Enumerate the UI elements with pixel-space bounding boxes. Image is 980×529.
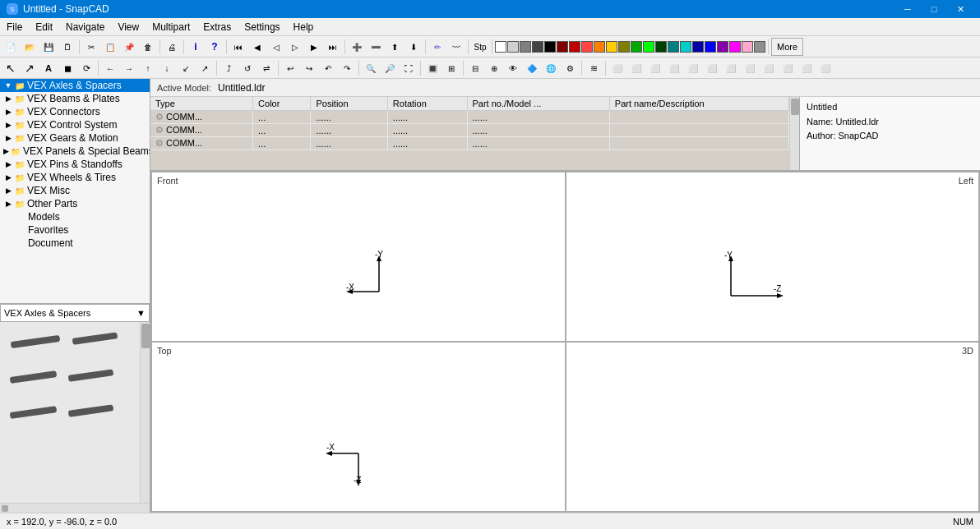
color-navy[interactable] — [692, 41, 704, 53]
delete-button[interactable]: 🗑 — [139, 38, 157, 56]
prev-button[interactable]: ◀ — [248, 38, 266, 56]
part-e-button[interactable]: ⬜ — [684, 59, 702, 77]
part-c-button[interactable]: ⬜ — [646, 59, 664, 77]
dimension-button[interactable]: ◼ — [58, 59, 76, 77]
new-button[interactable]: 📄 — [2, 38, 20, 56]
zoom-out-button[interactable]: 🔎 — [381, 59, 399, 77]
viewport-left[interactable]: Left -Y -Z — [566, 172, 980, 342]
menu-file[interactable]: File — [0, 18, 29, 35]
mirror-button[interactable]: ⇌ — [257, 59, 275, 77]
flex-button[interactable]: ≋ — [585, 59, 603, 77]
part-d-button[interactable]: ⬜ — [665, 59, 683, 77]
color-gray[interactable] — [520, 41, 531, 53]
color-dgreen[interactable] — [655, 41, 667, 53]
color-orange[interactable] — [594, 41, 605, 53]
part-l-button[interactable]: ⬜ — [816, 59, 834, 77]
move-down2-button[interactable]: ↓ — [158, 59, 176, 77]
part-b-button[interactable]: ⬜ — [627, 59, 645, 77]
part-axle-4[interactable] — [67, 365, 116, 393]
move-up-button[interactable]: ⬆ — [386, 38, 404, 56]
color-red[interactable] — [581, 41, 593, 53]
text-button[interactable]: A — [39, 59, 58, 77]
first-button[interactable]: ⏮ — [229, 38, 247, 56]
move-fwd-button[interactable]: ↙ — [177, 59, 195, 77]
saveas-button[interactable]: 🗒 — [58, 38, 76, 56]
color-dgray[interactable] — [532, 41, 543, 53]
pencil-button[interactable]: ✏ — [428, 38, 446, 56]
info-button[interactable]: i — [187, 38, 205, 56]
next2-button[interactable]: ▷ — [286, 38, 304, 56]
move-left-button[interactable]: ← — [101, 59, 119, 77]
color-pink[interactable] — [742, 41, 753, 53]
print-button[interactable]: 🖨 — [163, 38, 181, 56]
color-cyan[interactable] — [680, 41, 691, 53]
part-axle-1[interactable] — [7, 327, 64, 358]
redo2-button[interactable]: ↷ — [338, 59, 356, 77]
part-a-button[interactable]: ⬜ — [608, 59, 626, 77]
tree-item-models[interactable]: Models — [0, 210, 150, 223]
viewport-front[interactable]: Front -X -Y — [151, 172, 566, 342]
close-button[interactable]: ✕ — [947, 0, 973, 18]
color-mred[interactable] — [569, 41, 580, 53]
tree-item-vex-gears[interactable]: ▶ 📁 VEX Gears & Motion — [0, 131, 150, 145]
color-yellow[interactable] — [606, 41, 617, 53]
tree-item-vex-misc[interactable]: ▶ 📁 VEX Misc — [0, 184, 150, 197]
table-row[interactable]: ⚙ COMM... ... ...... ...... ...... — [150, 111, 789, 124]
menu-multipart[interactable]: Multipart — [146, 18, 196, 35]
tree-item-vex-pins[interactable]: ▶ 📁 VEX Pins & Standoffs — [0, 158, 150, 171]
tree-item-vex-control[interactable]: ▶ 📁 VEX Control System — [0, 118, 150, 131]
paste-button[interactable]: 📌 — [120, 38, 138, 56]
tree-item-favorites[interactable]: Favorites — [0, 223, 150, 237]
scrollbar-thumb[interactable] — [141, 324, 150, 348]
tree-item-other-parts[interactable]: ▶ 📁 Other Parts — [0, 197, 150, 210]
color-white[interactable] — [495, 41, 506, 53]
parts-dropdown[interactable]: VEX Axles & Spacers ▼ — [0, 304, 150, 322]
sidebar-hscroll[interactable] — [0, 503, 150, 513]
part-axle-5[interactable] — [7, 400, 60, 429]
grid-button[interactable]: ⊟ — [466, 59, 484, 77]
rotate-button[interactable]: ⟳ — [77, 59, 95, 77]
remove-part-button[interactable]: ➖ — [367, 38, 385, 56]
copy-button[interactable]: 📋 — [101, 38, 119, 56]
table-row[interactable]: ⚙ COMM... ... ...... ...... ...... — [150, 124, 789, 137]
open-button[interactable]: 📂 — [21, 38, 39, 56]
next-button[interactable]: ▶ — [305, 38, 323, 56]
move-up2-button[interactable]: ↑ — [139, 59, 157, 77]
color-blue[interactable] — [705, 41, 716, 53]
snap-button[interactable]: ⤴ — [220, 59, 238, 77]
menu-extras[interactable]: Extras — [196, 18, 238, 35]
lasso-button[interactable]: 〰 — [447, 38, 465, 56]
tree-item-vex-panels[interactable]: ▶ 📁 VEX Panels & Special Beams — [0, 145, 150, 158]
part-f-button[interactable]: ⬜ — [703, 59, 721, 77]
viewport-3d[interactable]: 3D — [566, 342, 980, 512]
misc2-button[interactable]: ⚙ — [561, 59, 579, 77]
help-button[interactable]: ? — [206, 38, 224, 56]
part-axle-6[interactable] — [67, 400, 116, 429]
color-purple[interactable] — [717, 41, 728, 53]
hscroll-thumb[interactable] — [2, 505, 8, 512]
color-olive[interactable] — [618, 41, 630, 53]
more-button[interactable]: More — [771, 38, 803, 56]
parts-list[interactable] — [0, 322, 150, 503]
color-green[interactable] — [631, 41, 642, 53]
color-lgreen[interactable] — [643, 41, 654, 53]
zoom-fit-button[interactable]: ⛶ — [400, 59, 418, 77]
part-g-button[interactable]: ⬜ — [722, 59, 740, 77]
select2-button[interactable]: ↗ — [21, 59, 39, 77]
undo-button[interactable]: ↩ — [281, 59, 299, 77]
minimize-button[interactable]: ─ — [894, 0, 921, 18]
viewfront-button[interactable]: ⊞ — [442, 59, 460, 77]
color-black[interactable] — [544, 41, 556, 53]
view3d-button[interactable]: 🔳 — [423, 59, 441, 77]
snap2-button[interactable]: ⊕ — [485, 59, 503, 77]
cut-button[interactable]: ✂ — [82, 38, 100, 56]
tree-item-vex-connectors[interactable]: ▶ 📁 VEX Connectors — [0, 105, 150, 118]
redo-button[interactable]: ↪ — [300, 59, 318, 77]
table-vscrollbar[interactable] — [789, 97, 799, 170]
step-button[interactable]: Stp — [471, 38, 489, 56]
undo2-button[interactable]: ↶ — [319, 59, 337, 77]
part-h-button[interactable]: ⬜ — [741, 59, 759, 77]
tree-item-vex-wheels[interactable]: ▶ 📁 VEX Wheels & Tires — [0, 171, 150, 184]
table-row[interactable]: ⚙ COMM... ... ...... ...... ...... — [150, 137, 789, 150]
menu-edit[interactable]: Edit — [29, 18, 59, 35]
